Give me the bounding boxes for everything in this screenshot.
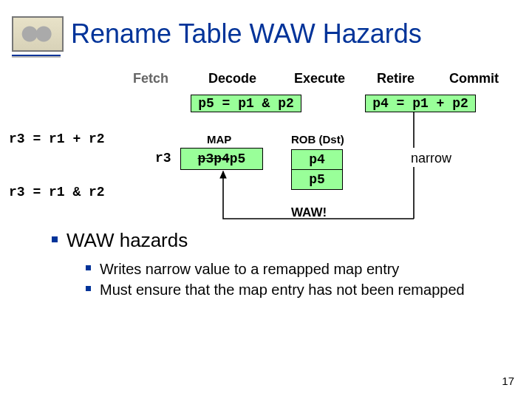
map-old-2: p4 (214, 151, 230, 166)
stage-commit: Commit (449, 71, 499, 86)
instruction-code: r3 = r1 + r2 r3 = r1 & r2 (9, 95, 105, 236)
bullet-icon (86, 265, 91, 270)
sub-bullet-1: Writes narrow value to a remapped map en… (86, 259, 495, 279)
decode-expr-box: p5 = p1 & p2 (191, 95, 301, 112)
narrow-label: narrow (411, 151, 451, 166)
page-number: 17 (502, 375, 514, 387)
rob-table: p4 p5 (291, 149, 343, 190)
bullet-top-text: WAW hazards (66, 229, 188, 252)
stage-decode: Decode (208, 71, 256, 86)
slide: Rename Table WAW Hazards Fetch Decode Ex… (0, 0, 532, 399)
map-current: p5 (230, 151, 246, 166)
sub-bullets: Writes narrow value to a remapped map en… (86, 259, 495, 299)
stage-retire: Retire (377, 71, 415, 86)
stage-execute: Execute (294, 71, 345, 86)
sub-bullet-2: Must ensure that the map entry has not b… (86, 280, 495, 299)
map-cell: p3p4p5 (180, 148, 263, 170)
rob-label: ROB (Dst) (291, 133, 344, 146)
title-underline (12, 55, 61, 56)
logo-image (12, 16, 64, 52)
r3-label: r3 (155, 151, 171, 166)
retire-expr-box: p4 = p1 + p2 (365, 95, 476, 112)
rob-row-0: p4 (291, 149, 343, 170)
sub-bullet-2-text: Must ensure that the map entry has not b… (100, 280, 465, 299)
bullets: WAW hazards Writes narrow value to a rem… (52, 229, 495, 301)
code-line-1: r3 = r1 + r2 (9, 130, 105, 148)
bullet-icon (52, 236, 58, 242)
waw-label: WAW! (291, 205, 327, 220)
sub-bullet-1-text: Writes narrow value to a remapped map en… (100, 259, 399, 279)
bullet-icon (86, 286, 91, 291)
bullet-top: WAW hazards (52, 229, 495, 252)
stage-fetch: Fetch (133, 71, 168, 86)
slide-title: Rename Table WAW Hazards (71, 18, 422, 50)
map-old-1: p3 (198, 151, 214, 166)
rob-row-1: p5 (291, 170, 343, 190)
title-row: Rename Table WAW Hazards (12, 16, 422, 52)
map-label: MAP (207, 133, 231, 146)
code-line-2: r3 = r1 & r2 (9, 183, 105, 201)
